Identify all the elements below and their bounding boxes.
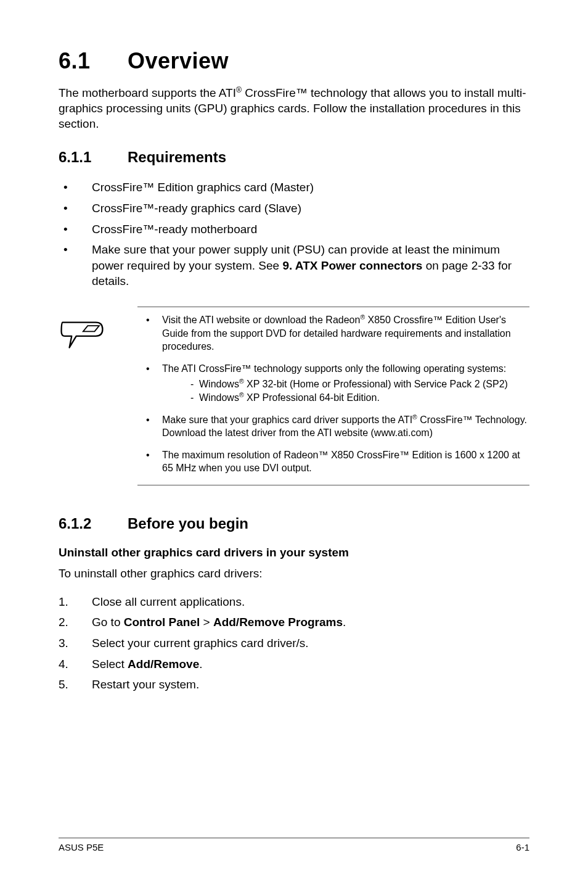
s2d: Add/Remove Programs <box>213 616 343 629</box>
registered-symbol: ® <box>236 86 242 94</box>
uninstall-heading: Uninstall other graphics card drivers in… <box>59 546 529 559</box>
footer-right: 6-1 <box>516 842 529 852</box>
s2a: Go to <box>92 616 124 629</box>
note-item: The maximum resolution of Radeon™ X850 C… <box>137 448 529 475</box>
s4a: Select <box>92 658 128 670</box>
step-item: Select your current graphics card driver… <box>59 635 529 651</box>
step-item: Restart your system. <box>59 677 529 693</box>
subsection-number: 6.1.1 <box>59 149 128 166</box>
subsection-heading: 6.1.1Requirements <box>59 149 529 166</box>
note-sublist: - Windows® XP 32-bit (Home or Profession… <box>190 377 529 404</box>
registered-symbol: ® <box>360 314 365 321</box>
intro-text-a: The motherboard supports the ATI <box>59 86 236 99</box>
subsection-title-text: Requirements <box>128 149 226 165</box>
page-footer: ASUS P5E 6-1 <box>59 838 529 852</box>
s2c: > <box>200 616 213 629</box>
registered-symbol: ® <box>239 392 244 398</box>
step-item: Select Add/Remove. <box>59 656 529 672</box>
req-power-bold: 9. ATX Power connectors <box>282 259 422 272</box>
note2-a: The ATI CrossFire™ technology supports o… <box>162 363 506 374</box>
dash: - <box>190 391 199 405</box>
subsection-heading: 6.1.2Before you begin <box>59 515 529 532</box>
dash: - <box>190 377 199 391</box>
step-item: Go to Control Panel > Add/Remove Program… <box>59 614 529 630</box>
note2-sub1-a: Windows <box>199 379 239 389</box>
subsection-number: 6.1.2 <box>59 515 128 532</box>
section-number: 6.1 <box>59 48 128 74</box>
note-item: Make sure that your graphics card driver… <box>137 413 529 440</box>
registered-symbol: ® <box>412 413 417 420</box>
note1-a: Visit the ATI website or download the Ra… <box>162 315 360 325</box>
section-title-text: Overview <box>128 48 229 73</box>
note-pencil-icon <box>59 319 105 353</box>
s2e: . <box>343 616 346 629</box>
note2-sub2-a: Windows <box>199 392 239 403</box>
note-item: Visit the ATI website or download the Ra… <box>137 313 529 353</box>
footer-left: ASUS P5E <box>59 842 104 852</box>
intro-paragraph: The motherboard supports the ATI® CrossF… <box>59 85 533 131</box>
requirement-item: CrossFire™-ready graphics card (Slave) <box>59 200 529 217</box>
note3-a: Make sure that your graphics card driver… <box>162 415 412 425</box>
section-heading: 6.1Overview <box>59 48 529 74</box>
note2-sub1-b: XP 32-bit (Home or Professional) with Se… <box>244 379 508 389</box>
note2-sub2-b: XP Professional 64-bit Edition. <box>244 392 380 403</box>
requirement-item: CrossFire™-ready motherboard <box>59 221 529 237</box>
uninstall-intro: To uninstall other graphics card drivers… <box>59 566 529 582</box>
requirement-item: Make sure that your power supply unit (P… <box>59 242 529 289</box>
steps-list: Close all current applications. Go to Co… <box>59 594 529 693</box>
s4b: Add/Remove <box>128 658 199 670</box>
note2-sub1: Windows® XP 32-bit (Home or Professional… <box>199 377 529 391</box>
note2-sub2: Windows® XP Professional 64-bit Edition. <box>199 391 529 405</box>
note-item: The ATI CrossFire™ technology supports o… <box>137 362 529 405</box>
s2b: Control Panel <box>124 616 200 629</box>
s4c: . <box>199 658 202 670</box>
registered-symbol: ® <box>239 378 244 385</box>
step-item: Close all current applications. <box>59 594 529 610</box>
requirement-item: CrossFire™ Edition graphics card (Master… <box>59 179 529 196</box>
requirements-list: CrossFire™ Edition graphics card (Master… <box>59 179 529 289</box>
note-list: Visit the ATI website or download the Ra… <box>137 313 529 475</box>
note-callout: Visit the ATI website or download the Ra… <box>59 307 529 485</box>
subsection-title-text: Before you begin <box>128 515 248 532</box>
